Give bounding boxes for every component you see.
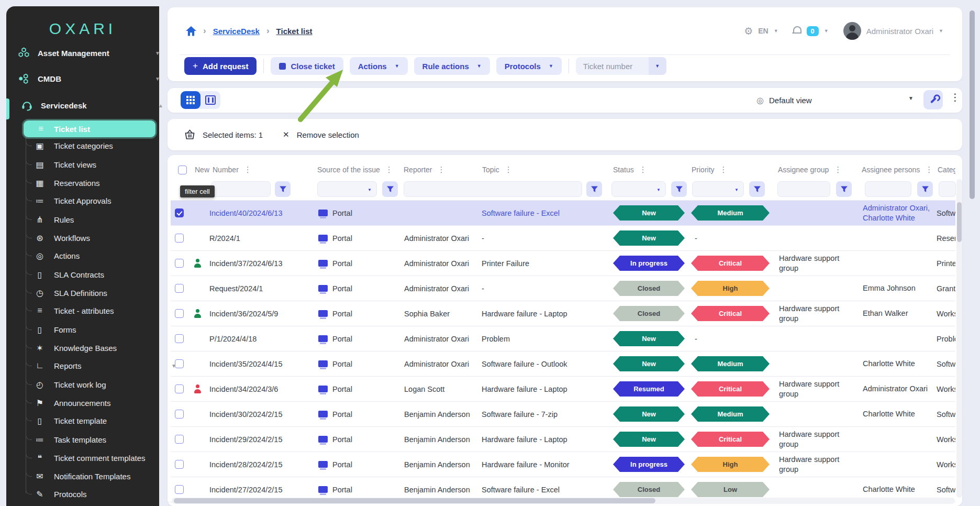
close-icon[interactable]: ✕: [283, 130, 289, 139]
number-filter-button[interactable]: [275, 181, 291, 197]
sidebar-item-workflows[interactable]: ⊛Workflows: [6, 230, 186, 246]
sidebar-item-rules[interactable]: ⋔Rules: [6, 212, 186, 227]
grid-view-button[interactable]: [181, 91, 201, 109]
table-row[interactable]: Incident/37/2024/6/13PortalAdministrator…: [171, 250, 955, 276]
remove-selection-button[interactable]: Remove selection: [297, 130, 359, 139]
home-icon[interactable]: [186, 26, 196, 36]
source-filter-button[interactable]: [382, 181, 398, 197]
user-menu-chevron-icon[interactable]: ▼: [939, 28, 943, 34]
column-menu-icon[interactable]: ⋮: [385, 165, 393, 174]
view-selector-chevron-icon[interactable]: ▼: [908, 95, 914, 101]
priority-filter-button[interactable]: [749, 181, 765, 197]
ticket-number-link[interactable]: P/1/2024/4/18: [209, 335, 257, 343]
sidebar-item-ticket-comment-templates[interactable]: ❝Ticket comment templates: [6, 450, 186, 466]
sidebar-item-announcements[interactable]: ⚑Announcements: [6, 395, 186, 411]
close-ticket-button[interactable]: Close ticket: [271, 57, 343, 75]
ticket-number-link[interactable]: Incident/37/2024/6/13: [209, 259, 282, 268]
view-selector[interactable]: ◎ Default view: [756, 91, 914, 109]
sidebar-item-forms[interactable]: ▯Forms: [6, 322, 186, 337]
sidebar-item-sla-contracts[interactable]: ▯SLA Contracts: [6, 267, 186, 282]
user-name[interactable]: Administrator Oxari: [866, 27, 933, 36]
assignee-persons-filter-input[interactable]: [865, 181, 911, 197]
ticket-number-link[interactable]: Incident/40/2024/6/13: [209, 209, 282, 217]
column-menu-icon[interactable]: ⋮: [834, 165, 842, 174]
table-row[interactable]: Incident/29/2024/2/15PortalBenjamin Ande…: [171, 426, 955, 452]
settings-gear-icon[interactable]: ⚙: [744, 25, 753, 37]
notifications-bell-icon[interactable]: [792, 26, 801, 36]
sidebar-item-task-templates[interactable]: ≔Task templates: [6, 432, 186, 447]
ticket-number-link[interactable]: R/2024/1: [209, 234, 240, 243]
assignee-group-filter-input[interactable]: [777, 181, 830, 197]
sidebar-item-reservations[interactable]: ▦Reservations: [6, 175, 186, 191]
assignee-group-filter-button[interactable]: [836, 181, 852, 197]
sidebar-item-ticket-categories[interactable]: ▣Ticket categories: [6, 138, 186, 153]
sidebar-section-asset-management[interactable]: Asset Management▼: [6, 45, 170, 61]
user-avatar[interactable]: [843, 22, 861, 40]
column-menu-icon[interactable]: ⋮: [720, 165, 728, 174]
ticket-number-link[interactable]: Incident/35/2024/4/15: [209, 360, 282, 368]
sidebar-item-ticket-work-log[interactable]: ◴Ticket work log: [6, 377, 186, 392]
sidebar-item-actions[interactable]: ◎Actions: [6, 248, 186, 263]
table-row[interactable]: Incident/40/2024/6/13PortalSoftware fail…: [171, 200, 955, 225]
ticket-number-link[interactable]: Incident/29/2024/2/15: [209, 435, 282, 444]
ticket-number-link[interactable]: Incident/34/2024/3/6: [209, 385, 278, 393]
ticket-number-link[interactable]: Incident/28/2024/2/15: [209, 460, 282, 469]
page-scrollbar-thumb[interactable]: [970, 10, 975, 199]
configure-view-button[interactable]: [923, 90, 943, 109]
ticket-number-link[interactable]: Incident/30/2024/2/15: [209, 410, 282, 419]
ticket-number-link[interactable]: Request/2024/1: [209, 284, 263, 293]
sidebar-item-reports[interactable]: ∟Reports▼: [6, 358, 186, 373]
notifications-chevron-icon[interactable]: ▼: [824, 28, 829, 34]
topic-filter-button[interactable]: [586, 181, 602, 197]
table-row[interactable]: R/2024/1PortalAdministrator Oxari-New-Re…: [171, 225, 955, 250]
sidebar-item-ticket-approvals[interactable]: ≔Ticket Approvals: [6, 193, 186, 208]
column-menu-icon[interactable]: ⋮: [925, 165, 933, 174]
table-row[interactable]: Incident/36/2024/5/9PortalSophia BakerHa…: [171, 301, 955, 326]
ticket-number-select[interactable]: Ticket number ▼: [576, 57, 666, 75]
rule-actions-dropdown-button[interactable]: Rule actions ▼: [414, 57, 490, 75]
table-row[interactable]: Incident/30/2024/2/15PortalBenjamin Ande…: [171, 401, 955, 426]
topic-filter-input[interactable]: [404, 181, 582, 197]
column-menu-icon[interactable]: ⋮: [505, 165, 513, 174]
sidebar-item-ticket-template[interactable]: ▯Ticket template: [6, 413, 186, 428]
sidebar-item-protocols[interactable]: ✎Protocols: [6, 486, 186, 502]
table-row[interactable]: Incident/35/2024/4/15PortalAdministrator…: [171, 351, 955, 376]
assignee-persons-filter-button[interactable]: [917, 181, 933, 197]
table-horizontal-scrollbar-thumb[interactable]: [174, 498, 655, 503]
breadcrumb-servicedesk[interactable]: ServiceDesk: [213, 27, 260, 36]
sidebar-item-knowledge-bases[interactable]: ✶Knowledge Bases: [6, 340, 186, 356]
language-selector[interactable]: EN: [758, 27, 768, 35]
breadcrumb-ticket-list[interactable]: Ticket list: [276, 27, 313, 36]
sidebar-item-ticket-attributes[interactable]: ≡Ticket - attributes: [6, 303, 186, 318]
view-options-kebab-menu[interactable]: ⋮: [950, 91, 960, 103]
language-chevron-icon[interactable]: ▼: [774, 28, 778, 34]
table-row[interactable]: Request/2024/1PortalAdministrator Oxari-…: [171, 276, 955, 301]
table-row[interactable]: Incident/34/2024/3/6PortalLogan ScottHar…: [171, 376, 955, 401]
sidebar-section-cmdb[interactable]: CMDB▼: [6, 71, 170, 86]
priority-filter-select[interactable]: ▼: [692, 181, 744, 197]
ticket-number-link[interactable]: Incident/27/2024/2/15: [209, 486, 282, 494]
checklist-icon: ≔: [33, 435, 47, 445]
protocols-dropdown-button[interactable]: Protocols ▼: [496, 57, 562, 75]
column-menu-icon[interactable]: ⋮: [639, 165, 647, 174]
sidebar-item-ticket-list[interactable]: ≡Ticket list: [24, 120, 155, 137]
column-menu-icon[interactable]: ⋮: [437, 165, 445, 174]
status-filter-button[interactable]: [671, 181, 687, 197]
add-request-button[interactable]: + Add request: [184, 57, 257, 75]
actions-dropdown-button[interactable]: Actions ▼: [350, 57, 408, 75]
sidebar-item-notification-templates[interactable]: ✉Notification Templates: [6, 468, 186, 484]
column-menu-icon[interactable]: ⋮: [244, 165, 252, 174]
notifications-count-badge[interactable]: 0: [807, 26, 819, 36]
sidebar-section-servicedesk[interactable]: Servicedesk▲: [6, 97, 173, 113]
status-filter-select[interactable]: ▼: [611, 181, 666, 197]
table-row[interactable]: P/1/2024/4/18PortalAdministrator OxariPr…: [171, 326, 955, 351]
sidebar-item-ticket-views[interactable]: ▤Ticket views: [6, 157, 186, 172]
number-filter-input[interactable]: [211, 181, 271, 197]
kanban-view-button[interactable]: [201, 91, 220, 109]
source-filter-select[interactable]: ▼: [317, 181, 377, 197]
table-vertical-scrollbar-thumb[interactable]: [957, 202, 962, 242]
ticket-number-link[interactable]: Incident/36/2024/5/9: [209, 310, 278, 318]
sidebar-item-sla-definitions[interactable]: ◷SLA Definitions: [6, 285, 186, 301]
table-row[interactable]: Incident/28/2024/2/15PortalBenjamin Ande…: [171, 452, 955, 477]
category-filter-input[interactable]: [939, 181, 956, 197]
